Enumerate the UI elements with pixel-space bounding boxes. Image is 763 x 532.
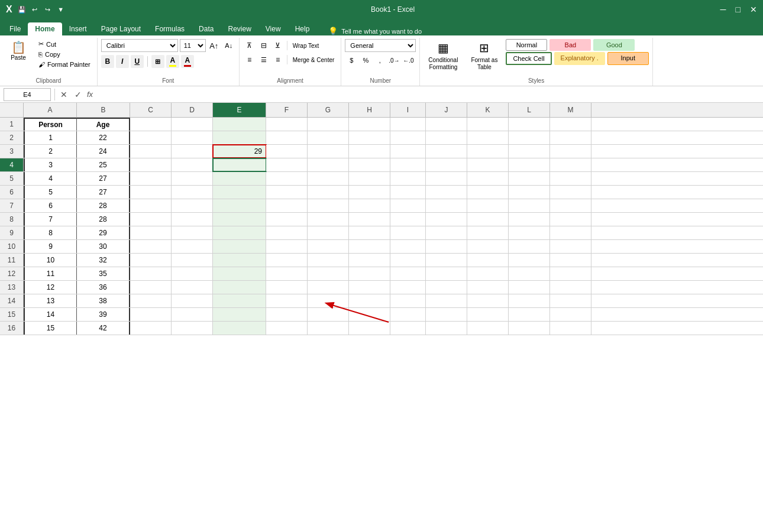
col-header-g[interactable]: G [308, 103, 349, 117]
cell-d16[interactable] [172, 322, 213, 335]
cell-a16[interactable]: 15 [24, 322, 77, 335]
cell-i4[interactable] [390, 158, 426, 171]
format-as-table-button[interactable]: ⊞ Format asTable [466, 39, 502, 73]
cell-j5[interactable] [426, 172, 467, 185]
cell-i1[interactable] [390, 118, 426, 131]
cell-g16[interactable] [308, 322, 349, 335]
cell-c1[interactable] [130, 118, 172, 131]
cell-j16[interactable] [426, 322, 467, 335]
cell-d3[interactable] [172, 145, 213, 158]
cell-g13[interactable] [308, 281, 349, 294]
decrease-font-button[interactable]: A↓ [222, 39, 235, 52]
cell-a8[interactable]: 7 [24, 213, 77, 226]
tab-help[interactable]: Help [288, 22, 317, 35]
font-color-button[interactable]: A [181, 55, 194, 68]
cell-e6[interactable] [213, 186, 266, 199]
cell-c7[interactable] [130, 199, 172, 212]
cell-e16[interactable] [213, 322, 266, 335]
cell-b10[interactable]: 30 [77, 240, 130, 253]
align-center-button[interactable]: ☰ [257, 53, 270, 66]
cell-f16[interactable] [266, 322, 308, 335]
redo-icon[interactable]: ↪ [43, 6, 53, 14]
cell-k15[interactable] [467, 308, 509, 321]
cell-l16[interactable] [509, 322, 550, 335]
cell-f8[interactable] [266, 213, 308, 226]
cell-l3[interactable] [509, 145, 550, 158]
cell-h5[interactable] [349, 172, 390, 185]
cell-d8[interactable] [172, 213, 213, 226]
cell-h4[interactable] [349, 158, 390, 171]
cell-j2[interactable] [426, 131, 467, 144]
minimize-icon[interactable]: ─ [720, 5, 726, 14]
cell-b8[interactable]: 28 [77, 213, 130, 226]
percent-button[interactable]: % [359, 54, 372, 67]
cell-m13[interactable] [550, 281, 591, 294]
cell-j9[interactable] [426, 226, 467, 239]
cell-e2[interactable] [213, 131, 266, 144]
cell-i3[interactable] [390, 145, 426, 158]
cell-i10[interactable] [390, 240, 426, 253]
cell-l7[interactable] [509, 199, 550, 212]
cell-i5[interactable] [390, 172, 426, 185]
maximize-icon[interactable]: □ [736, 5, 741, 14]
cell-d11[interactable] [172, 254, 213, 267]
cell-l1[interactable] [509, 118, 550, 131]
cell-d4[interactable] [172, 158, 213, 171]
cell-b7[interactable]: 28 [77, 199, 130, 212]
col-header-a[interactable]: A [24, 103, 77, 117]
cell-b2[interactable]: 22 [77, 131, 130, 144]
cell-h13[interactable] [349, 281, 390, 294]
cell-c6[interactable] [130, 186, 172, 199]
cell-g10[interactable] [308, 240, 349, 253]
cell-l8[interactable] [509, 213, 550, 226]
cell-j10[interactable] [426, 240, 467, 253]
bold-button[interactable]: B [101, 55, 114, 68]
cell-d6[interactable] [172, 186, 213, 199]
cell-c9[interactable] [130, 226, 172, 239]
cell-j6[interactable] [426, 186, 467, 199]
col-header-f[interactable]: F [266, 103, 308, 117]
cell-d13[interactable] [172, 281, 213, 294]
cell-i7[interactable] [390, 199, 426, 212]
cell-f6[interactable] [266, 186, 308, 199]
cell-k9[interactable] [467, 226, 509, 239]
cell-e14[interactable] [213, 294, 266, 307]
cell-h10[interactable] [349, 240, 390, 253]
tab-formulas[interactable]: Formulas [148, 22, 192, 35]
close-icon[interactable]: ✕ [750, 5, 757, 14]
col-header-d[interactable]: D [172, 103, 213, 117]
cell-h12[interactable] [349, 267, 390, 280]
tab-review[interactable]: Review [221, 22, 258, 35]
cell-g15[interactable] [308, 308, 349, 321]
cell-i9[interactable] [390, 226, 426, 239]
cell-c3[interactable] [130, 145, 172, 158]
comma-button[interactable]: , [373, 54, 386, 67]
cell-m9[interactable] [550, 226, 591, 239]
cell-l11[interactable] [509, 254, 550, 267]
cell-e13[interactable] [213, 281, 266, 294]
format-painter-button[interactable]: 🖌 Format Painter [35, 60, 93, 69]
cell-l14[interactable] [509, 294, 550, 307]
cell-l12[interactable] [509, 267, 550, 280]
cell-h1[interactable] [349, 118, 390, 131]
cell-m11[interactable] [550, 254, 591, 267]
col-header-l[interactable]: L [509, 103, 550, 117]
cell-d10[interactable] [172, 240, 213, 253]
good-style[interactable]: Good [593, 39, 635, 51]
cell-e12[interactable] [213, 267, 266, 280]
cell-m12[interactable] [550, 267, 591, 280]
cell-g9[interactable] [308, 226, 349, 239]
cell-j3[interactable] [426, 145, 467, 158]
quick-access-toolbar[interactable]: 💾 ↩ ↪ ▼ [17, 6, 66, 14]
cell-b5[interactable]: 27 [77, 172, 130, 185]
accounting-button[interactable]: $ [345, 54, 358, 67]
quick-access-dropdown-icon[interactable]: ▼ [56, 6, 66, 14]
undo-icon[interactable]: ↩ [30, 6, 40, 14]
cell-b3[interactable]: 24 [77, 145, 130, 158]
cell-l9[interactable] [509, 226, 550, 239]
cell-k3[interactable] [467, 145, 509, 158]
cell-g1[interactable] [308, 118, 349, 131]
col-header-b[interactable]: B [77, 103, 130, 117]
cell-l15[interactable] [509, 308, 550, 321]
cell-f1[interactable] [266, 118, 308, 131]
